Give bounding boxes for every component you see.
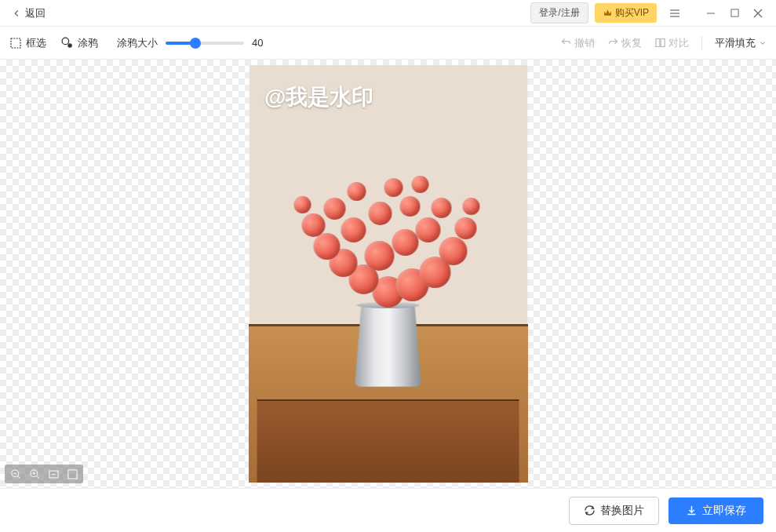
fit-screen-button[interactable] xyxy=(65,467,79,481)
zoom-controls xyxy=(5,465,83,483)
minimize-button[interactable] xyxy=(699,2,723,24)
zoom-out-button[interactable] xyxy=(9,467,23,481)
box-select-label: 框选 xyxy=(26,36,46,50)
fit-width-icon xyxy=(48,468,60,480)
close-icon xyxy=(753,9,763,18)
menu-icon xyxy=(669,7,681,20)
fill-mode-dropdown[interactable]: 平滑填充 xyxy=(715,36,767,50)
svg-rect-1 xyxy=(11,38,20,48)
redo-icon xyxy=(607,37,619,49)
vip-label: 购买VIP xyxy=(615,6,649,20)
svg-rect-0 xyxy=(730,9,738,16)
save-button[interactable]: 立即保存 xyxy=(669,497,763,524)
brush-tool[interactable]: 涂鸦 xyxy=(60,36,98,50)
back-button[interactable]: 返回 xyxy=(6,3,50,24)
redo-button[interactable]: 恢复 xyxy=(607,36,642,50)
replace-label: 替换图片 xyxy=(600,504,644,518)
crown-icon xyxy=(603,8,613,18)
svg-point-3 xyxy=(68,44,71,47)
fit-width-button[interactable] xyxy=(46,467,60,481)
zoom-in-button[interactable] xyxy=(27,467,42,481)
maximize-icon xyxy=(730,9,739,17)
replace-icon xyxy=(584,505,596,516)
fill-mode-label: 平滑填充 xyxy=(715,36,756,50)
back-label: 返回 xyxy=(25,6,46,20)
fit-screen-icon xyxy=(67,468,78,480)
minimize-icon xyxy=(706,9,716,18)
login-button[interactable]: 登录/注册 xyxy=(530,2,588,24)
undo-label: 撤销 xyxy=(574,36,595,50)
zoom-out-icon xyxy=(10,468,22,480)
image-content: @我是水印 xyxy=(249,65,527,483)
edited-image[interactable]: @我是水印 xyxy=(249,65,527,483)
redo-label: 恢复 xyxy=(621,36,642,50)
svg-rect-5 xyxy=(661,39,665,47)
maximize-button[interactable] xyxy=(723,2,746,24)
canvas-area[interactable]: @我是水印 xyxy=(0,60,776,488)
arrow-left-icon xyxy=(11,8,22,19)
box-select-icon xyxy=(9,37,22,49)
slider-thumb[interactable] xyxy=(190,38,201,49)
replace-image-button[interactable]: 替换图片 xyxy=(569,497,659,525)
compare-label: 对比 xyxy=(669,36,689,50)
compare-button[interactable]: 对比 xyxy=(654,36,689,50)
vip-button[interactable]: 购买VIP xyxy=(595,3,657,23)
brush-icon xyxy=(60,36,74,49)
brush-size-value: 40 xyxy=(252,37,275,49)
svg-point-2 xyxy=(62,38,69,45)
undo-icon xyxy=(560,37,572,49)
watermark-text: @我是水印 xyxy=(264,82,373,112)
brush-label: 涂鸦 xyxy=(78,36,98,50)
undo-button[interactable]: 撤销 xyxy=(560,36,595,50)
svg-rect-9 xyxy=(67,469,76,478)
brush-size-slider[interactable] xyxy=(166,42,244,45)
compare-icon xyxy=(654,37,666,49)
close-button[interactable] xyxy=(746,2,770,24)
box-select-tool[interactable]: 框选 xyxy=(9,36,46,50)
chevron-down-icon xyxy=(759,39,767,47)
menu-button[interactable] xyxy=(663,2,687,24)
save-label: 立即保存 xyxy=(702,504,746,518)
svg-rect-4 xyxy=(656,39,660,47)
brush-size-label: 涂鸦大小 xyxy=(117,36,158,50)
toolbar-divider xyxy=(701,36,702,50)
zoom-in-icon xyxy=(29,468,41,480)
download-icon xyxy=(686,505,698,516)
